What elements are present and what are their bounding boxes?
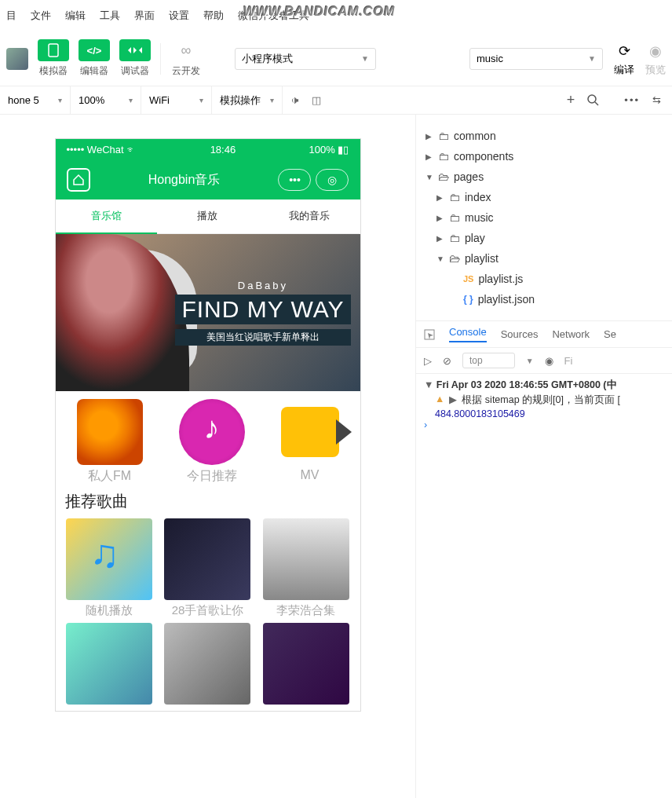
song-card[interactable]: [260, 623, 352, 708]
battery-text: 100% ▮▯: [309, 144, 349, 156]
mode-select[interactable]: 小程序模式 ▼: [235, 48, 376, 70]
home-button[interactable]: [67, 168, 90, 192]
console-prompt[interactable]: ›: [424, 419, 664, 430]
menu-settings[interactable]: 设置: [169, 9, 189, 23]
caret-down-icon: ▼: [361, 54, 369, 63]
console-warning: ▲ ▶ 根据 sitemap 的规则[0]，当前页面 [: [424, 392, 664, 408]
folder-node[interactable]: ▶🗀music: [422, 207, 666, 228]
file-node[interactable]: { }playlist.json: [422, 289, 666, 309]
tab-my-music[interactable]: 我的音乐: [258, 200, 360, 234]
devtools-tabs: Console Sources Network Se: [416, 321, 672, 348]
refresh-icon: ⟳: [614, 41, 634, 61]
mode-value: 小程序模式: [242, 52, 293, 66]
song-card[interactable]: 李荣浩合集: [260, 518, 352, 618]
debugger-button[interactable]: 调试器: [119, 39, 151, 78]
folder-node[interactable]: ▶🗀index: [422, 187, 666, 207]
song-card[interactable]: 28手首歌让你: [161, 518, 254, 618]
menu-window[interactable]: 目: [6, 9, 16, 23]
svg-point-1: [588, 95, 596, 103]
main-toolbar: 模拟器 </> 编辑器 调试器 ∞ 云开发 小程序模式 ▼ music ▼ ⟳ …: [0, 31, 672, 86]
node-label: play: [465, 232, 485, 244]
play-icon[interactable]: ▷: [424, 355, 432, 367]
user-avatar[interactable]: [6, 48, 28, 70]
tab-music-hall[interactable]: 音乐馆: [56, 200, 157, 234]
song-grid: 随机播放 28手首歌让你 李荣浩合集: [56, 518, 360, 708]
warning-icon: ▲: [435, 394, 444, 407]
tab-bar: 音乐馆 播放 我的音乐: [56, 200, 360, 234]
split-icon[interactable]: ◫: [312, 94, 321, 106]
menu-tools[interactable]: 工具: [100, 9, 120, 23]
editor-button[interactable]: </> 编辑器: [79, 39, 110, 78]
devtab-sources[interactable]: Sources: [501, 328, 539, 340]
song-card[interactable]: [63, 623, 155, 708]
today-icon: [179, 399, 245, 465]
folder-icon: 🗁: [438, 170, 449, 183]
context-select[interactable]: top: [462, 353, 515, 368]
panel-icon[interactable]: ⇆: [652, 94, 661, 106]
simulator-label: 模拟器: [39, 64, 68, 78]
category-mv[interactable]: MV: [281, 399, 339, 485]
editor-label: 编辑器: [80, 64, 108, 78]
folder-node[interactable]: ▶🗀play: [422, 228, 666, 248]
project-select[interactable]: music ▼: [469, 48, 603, 70]
compile-button[interactable]: ⟳ 编译: [614, 41, 634, 77]
add-tab-icon[interactable]: +: [567, 92, 575, 108]
menu-edit[interactable]: 编辑: [65, 9, 86, 23]
category-row: 私人FM 今日推荐 MV: [56, 391, 360, 488]
folder-icon: 🗀: [449, 191, 460, 203]
song-card[interactable]: [161, 623, 254, 708]
battery-icon: ▮▯: [338, 144, 349, 156]
menu-file[interactable]: 文件: [31, 9, 51, 23]
capsule-menu-button[interactable]: •••: [278, 169, 311, 191]
preview-button[interactable]: ◉ 预览: [645, 41, 666, 77]
console-timestamp: Fri Apr 03 2020 18:46:55 GMT+0800 (中: [436, 379, 617, 390]
banner[interactable]: 独家 DaBaby FIND MY WAY 美国当红说唱歌手新单释出: [56, 234, 360, 391]
filter-input[interactable]: Fi: [564, 355, 573, 367]
menu-help[interactable]: 帮助: [203, 9, 224, 23]
search-icon[interactable]: [587, 94, 599, 106]
node-label: playlist.js: [478, 273, 523, 285]
network-select[interactable]: WiFi▾: [141, 86, 212, 114]
folder-node[interactable]: ▶🗀common: [422, 126, 666, 146]
project-value: music: [477, 53, 503, 64]
folder-node[interactable]: ▼🗁pages: [422, 167, 666, 187]
nav-bar: Hongbin音乐 ••• ◎: [56, 160, 360, 200]
cloud-label: 云开发: [172, 64, 200, 78]
node-label: playlist.json: [478, 293, 535, 306]
banner-subtitle: 美国当红说唱歌手新单释出: [175, 329, 350, 346]
eye-icon: ◉: [645, 41, 666, 61]
device-select[interactable]: hone 5▾: [0, 86, 71, 114]
category-fm[interactable]: 私人FM: [77, 399, 143, 485]
node-label: music: [465, 211, 494, 224]
inspect-icon[interactable]: [424, 329, 435, 340]
menu-interface[interactable]: 界面: [134, 9, 155, 23]
carrier-text: ••••• WeChat ᯤ: [67, 144, 137, 156]
devtab-console[interactable]: Console: [449, 326, 487, 342]
page-title: Hongbin音乐: [148, 172, 221, 189]
zoom-select[interactable]: 100%▾: [71, 86, 141, 114]
simulator-button[interactable]: 模拟器: [38, 39, 69, 78]
mock-select[interactable]: 模拟操作▾: [212, 86, 283, 114]
folder-node[interactable]: ▶🗀components: [422, 146, 666, 167]
tab-play[interactable]: 播放: [157, 200, 258, 234]
file-node[interactable]: JSplaylist.js: [422, 269, 666, 289]
node-label: index: [465, 191, 491, 203]
preview-label: 预览: [645, 63, 666, 77]
more-icon[interactable]: •••: [624, 94, 640, 106]
folder-node[interactable]: ▼🗁playlist: [422, 248, 666, 269]
folder-icon: 🗀: [449, 211, 460, 224]
eye-icon[interactable]: ◉: [545, 355, 553, 367]
home-icon: [72, 174, 85, 186]
capsule-close-button[interactable]: ◎: [316, 169, 349, 191]
mute-icon[interactable]: 🕩: [290, 94, 301, 106]
folder-icon: 🗀: [438, 150, 449, 163]
node-label: common: [454, 130, 496, 142]
category-today[interactable]: 今日推荐: [179, 399, 245, 485]
banner-title: FIND MY WAY: [175, 295, 350, 324]
json-icon: { }: [463, 294, 473, 305]
devtab-more[interactable]: Se: [604, 328, 616, 340]
song-card[interactable]: 随机播放: [63, 518, 155, 618]
clear-icon[interactable]: ⊘: [443, 355, 451, 367]
cloud-dev-button[interactable]: ∞ 云开发: [170, 39, 202, 78]
devtab-network[interactable]: Network: [552, 328, 590, 340]
